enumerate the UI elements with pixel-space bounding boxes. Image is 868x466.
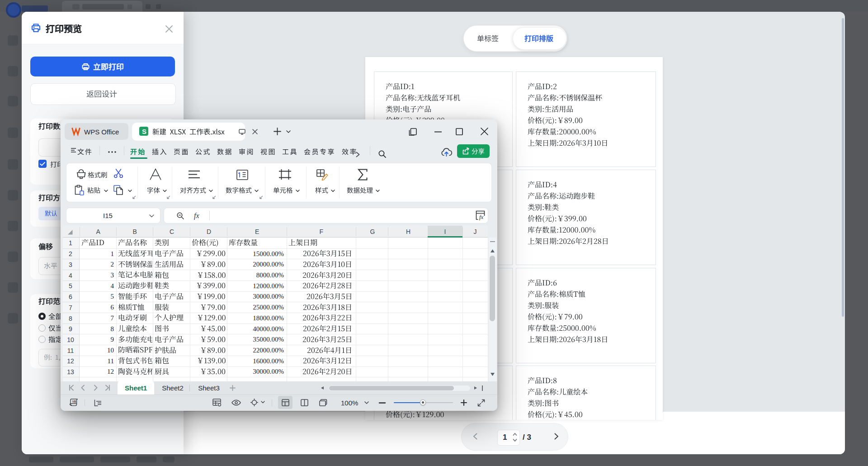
svg-text:VB: VB xyxy=(72,400,76,403)
svg-text:fx: fx xyxy=(479,214,484,220)
